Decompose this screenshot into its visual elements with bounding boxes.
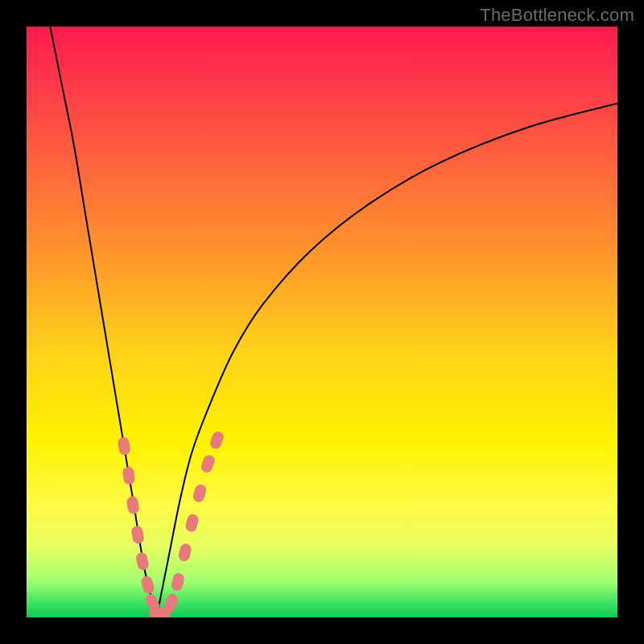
curve-right-branch (156, 103, 617, 617)
watermark-text: TheBottleneck.com (480, 5, 634, 26)
data-marker (135, 551, 150, 572)
data-marker (122, 466, 136, 485)
data-marker (126, 496, 139, 515)
outer-frame: TheBottleneck.com (0, 0, 644, 644)
marker-group (117, 430, 225, 617)
data-marker (192, 483, 207, 503)
curve-layer (27, 27, 617, 617)
data-marker (208, 430, 225, 451)
data-marker (200, 453, 217, 474)
data-marker (177, 543, 192, 563)
data-marker (171, 572, 186, 592)
plot-area (27, 27, 617, 617)
data-marker (117, 436, 130, 456)
data-marker (140, 575, 155, 595)
data-marker (130, 525, 145, 544)
data-marker (184, 513, 200, 533)
